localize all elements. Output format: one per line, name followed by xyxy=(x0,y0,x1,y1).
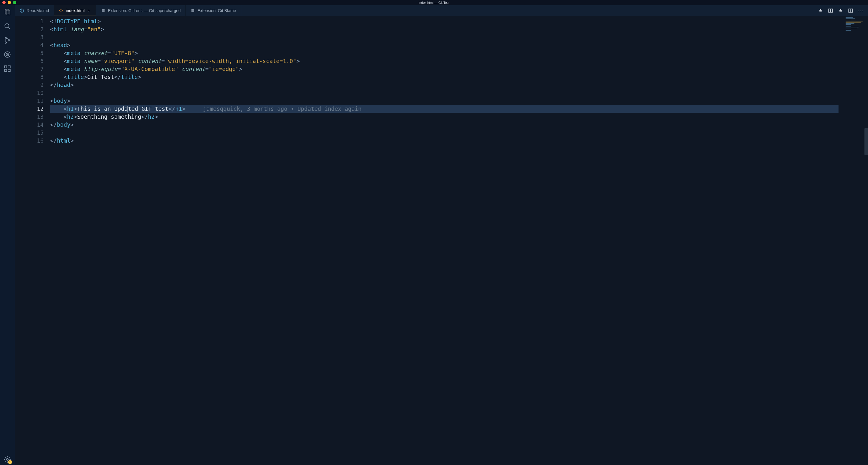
window-title: index.html — Git Test xyxy=(418,1,450,4)
debug-icon[interactable] xyxy=(3,51,11,58)
tab-extension-gitlens-git-supercharged[interactable]: Extension: GitLens — Git supercharged xyxy=(96,5,186,16)
code-line[interactable]: </html> xyxy=(50,137,868,145)
gitlens-blame-annotation: jamesqquick, 3 months ago • Updated inde… xyxy=(203,105,362,113)
list-icon xyxy=(190,8,195,13)
more-actions-icon[interactable]: ··· xyxy=(858,8,863,13)
close-window-button[interactable] xyxy=(2,1,6,4)
svg-rect-11 xyxy=(4,69,7,72)
explorer-icon[interactable] xyxy=(3,8,11,16)
code-line[interactable]: <meta http-equiv="X-UA-Compatible" conte… xyxy=(50,65,868,73)
titlebar: index.html — Git Test xyxy=(0,0,868,5)
minimize-window-button[interactable] xyxy=(8,1,11,4)
editor-actions: ··· xyxy=(813,5,868,16)
code-icon xyxy=(59,8,63,13)
tab-extension-git-blame[interactable]: Extension: Git Blame xyxy=(186,5,241,16)
window-controls xyxy=(2,1,16,4)
code-line[interactable]: <title>Git Test</title> xyxy=(50,73,868,81)
tab-readme-md[interactable]: ReadMe.md xyxy=(15,5,54,16)
code-line[interactable]: <body> xyxy=(50,97,868,105)
settings-badge: 1 xyxy=(8,460,12,464)
tab-label: index.html xyxy=(66,8,85,13)
main: 1 ReadMe.mdindex.htmlExtension: GitLens … xyxy=(0,5,868,465)
code-line[interactable] xyxy=(50,129,868,137)
scrollbar-thumb[interactable] xyxy=(865,128,868,155)
svg-line-8 xyxy=(5,52,10,57)
activity-bar: 1 xyxy=(0,5,15,465)
info-icon xyxy=(20,8,24,13)
code-line[interactable]: <h2>Soemthing something</h2> xyxy=(50,113,868,121)
code-area[interactable]: <!DOCTYPE html><html lang="en"><head> <m… xyxy=(50,16,868,465)
tab-label: ReadMe.md xyxy=(27,8,49,13)
zoom-window-button[interactable] xyxy=(13,1,16,4)
compare-changes-icon[interactable] xyxy=(828,8,833,13)
code-line[interactable]: <meta charset="UTF-8"> xyxy=(50,49,868,57)
tab-bar: ReadMe.mdindex.htmlExtension: GitLens — … xyxy=(15,5,868,16)
settings-gear-icon[interactable]: 1 xyxy=(3,456,11,463)
minimap[interactable] xyxy=(846,17,866,26)
code-line[interactable] xyxy=(50,33,868,41)
tab-index-html[interactable]: index.html xyxy=(54,5,96,16)
close-tab-icon[interactable] xyxy=(87,8,91,13)
svg-rect-27 xyxy=(831,9,833,12)
list-icon xyxy=(101,8,105,13)
line-number-gutter: 12345678910111213141516 xyxy=(15,16,50,465)
svg-rect-12 xyxy=(8,69,10,72)
svg-point-17 xyxy=(22,9,22,10)
code-line[interactable]: <!DOCTYPE html> xyxy=(50,18,868,25)
code-line[interactable] xyxy=(50,89,868,97)
split-editor-icon[interactable] xyxy=(848,8,853,13)
svg-point-2 xyxy=(5,24,9,28)
code-line[interactable]: </body> xyxy=(50,121,868,129)
code-editor[interactable]: 12345678910111213141516 <!DOCTYPE html><… xyxy=(15,16,868,465)
extensions-icon[interactable] xyxy=(3,65,11,72)
search-icon[interactable] xyxy=(3,23,11,30)
editor-group: ReadMe.mdindex.htmlExtension: GitLens — … xyxy=(15,5,868,465)
gitlens-toggle-icon[interactable] xyxy=(818,8,823,13)
open-changes-icon[interactable] xyxy=(838,8,843,13)
svg-line-3 xyxy=(8,27,10,29)
svg-rect-13 xyxy=(8,66,10,68)
svg-point-5 xyxy=(5,42,6,43)
tab-label: Extension: GitLens — Git supercharged xyxy=(108,8,181,13)
code-line[interactable]: </head> xyxy=(50,81,868,89)
tab-label: Extension: Git Blame xyxy=(197,8,236,13)
svg-rect-26 xyxy=(829,9,830,12)
svg-point-14 xyxy=(6,459,8,461)
source-control-icon[interactable] xyxy=(3,37,11,44)
svg-point-4 xyxy=(5,37,6,39)
code-line[interactable]: <head> xyxy=(50,41,868,49)
vertical-scrollbar[interactable] xyxy=(865,16,868,465)
svg-rect-10 xyxy=(4,66,7,68)
code-line[interactable]: <meta name="viewport" content="width=dev… xyxy=(50,57,868,65)
code-line[interactable]: <html lang="en"> xyxy=(50,25,868,33)
